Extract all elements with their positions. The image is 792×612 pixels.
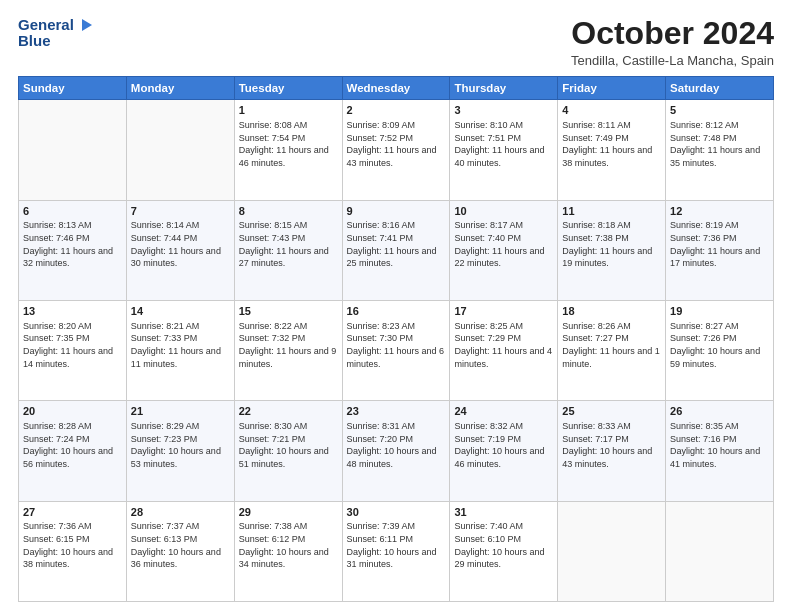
calendar-cell: 31Sunrise: 7:40 AM Sunset: 6:10 PM Dayli… bbox=[450, 501, 558, 601]
day-info: Sunrise: 8:22 AM Sunset: 7:32 PM Dayligh… bbox=[239, 320, 338, 370]
calendar-cell: 9Sunrise: 8:16 AM Sunset: 7:41 PM Daylig… bbox=[342, 200, 450, 300]
day-info: Sunrise: 8:28 AM Sunset: 7:24 PM Dayligh… bbox=[23, 420, 122, 470]
calendar-cell: 25Sunrise: 8:33 AM Sunset: 7:17 PM Dayli… bbox=[558, 401, 666, 501]
day-number: 26 bbox=[670, 404, 769, 419]
day-number: 27 bbox=[23, 505, 122, 520]
day-number: 1 bbox=[239, 103, 338, 118]
day-number: 9 bbox=[347, 204, 446, 219]
day-number: 23 bbox=[347, 404, 446, 419]
day-info: Sunrise: 8:25 AM Sunset: 7:29 PM Dayligh… bbox=[454, 320, 553, 370]
logo: General Blue bbox=[18, 16, 94, 50]
calendar-table: SundayMondayTuesdayWednesdayThursdayFrid… bbox=[18, 76, 774, 602]
calendar-cell: 21Sunrise: 8:29 AM Sunset: 7:23 PM Dayli… bbox=[126, 401, 234, 501]
day-info: Sunrise: 7:40 AM Sunset: 6:10 PM Dayligh… bbox=[454, 520, 553, 570]
calendar-cell bbox=[19, 100, 127, 200]
day-info: Sunrise: 8:21 AM Sunset: 7:33 PM Dayligh… bbox=[131, 320, 230, 370]
calendar-cell: 12Sunrise: 8:19 AM Sunset: 7:36 PM Dayli… bbox=[666, 200, 774, 300]
calendar-cell bbox=[666, 501, 774, 601]
weekday-sunday: Sunday bbox=[19, 77, 127, 100]
day-number: 13 bbox=[23, 304, 122, 319]
day-number: 21 bbox=[131, 404, 230, 419]
day-number: 2 bbox=[347, 103, 446, 118]
day-info: Sunrise: 7:37 AM Sunset: 6:13 PM Dayligh… bbox=[131, 520, 230, 570]
day-number: 3 bbox=[454, 103, 553, 118]
day-info: Sunrise: 8:18 AM Sunset: 7:38 PM Dayligh… bbox=[562, 219, 661, 269]
calendar-cell: 13Sunrise: 8:20 AM Sunset: 7:35 PM Dayli… bbox=[19, 300, 127, 400]
day-number: 7 bbox=[131, 204, 230, 219]
day-info: Sunrise: 8:17 AM Sunset: 7:40 PM Dayligh… bbox=[454, 219, 553, 269]
calendar-cell: 1Sunrise: 8:08 AM Sunset: 7:54 PM Daylig… bbox=[234, 100, 342, 200]
calendar-cell: 20Sunrise: 8:28 AM Sunset: 7:24 PM Dayli… bbox=[19, 401, 127, 501]
calendar-cell: 30Sunrise: 7:39 AM Sunset: 6:11 PM Dayli… bbox=[342, 501, 450, 601]
month-title: October 2024 bbox=[571, 16, 774, 51]
calendar-cell: 4Sunrise: 8:11 AM Sunset: 7:49 PM Daylig… bbox=[558, 100, 666, 200]
weekday-friday: Friday bbox=[558, 77, 666, 100]
calendar-cell: 5Sunrise: 8:12 AM Sunset: 7:48 PM Daylig… bbox=[666, 100, 774, 200]
day-number: 18 bbox=[562, 304, 661, 319]
calendar-cell: 23Sunrise: 8:31 AM Sunset: 7:20 PM Dayli… bbox=[342, 401, 450, 501]
calendar-cell: 22Sunrise: 8:30 AM Sunset: 7:21 PM Dayli… bbox=[234, 401, 342, 501]
day-info: Sunrise: 8:32 AM Sunset: 7:19 PM Dayligh… bbox=[454, 420, 553, 470]
day-info: Sunrise: 7:36 AM Sunset: 6:15 PM Dayligh… bbox=[23, 520, 122, 570]
day-number: 8 bbox=[239, 204, 338, 219]
day-number: 17 bbox=[454, 304, 553, 319]
day-info: Sunrise: 7:38 AM Sunset: 6:12 PM Dayligh… bbox=[239, 520, 338, 570]
weekday-wednesday: Wednesday bbox=[342, 77, 450, 100]
calendar-cell: 29Sunrise: 7:38 AM Sunset: 6:12 PM Dayli… bbox=[234, 501, 342, 601]
calendar-cell: 15Sunrise: 8:22 AM Sunset: 7:32 PM Dayli… bbox=[234, 300, 342, 400]
calendar-cell: 3Sunrise: 8:10 AM Sunset: 7:51 PM Daylig… bbox=[450, 100, 558, 200]
day-number: 22 bbox=[239, 404, 338, 419]
day-number: 29 bbox=[239, 505, 338, 520]
day-info: Sunrise: 8:35 AM Sunset: 7:16 PM Dayligh… bbox=[670, 420, 769, 470]
day-number: 28 bbox=[131, 505, 230, 520]
day-info: Sunrise: 8:16 AM Sunset: 7:41 PM Dayligh… bbox=[347, 219, 446, 269]
day-info: Sunrise: 8:10 AM Sunset: 7:51 PM Dayligh… bbox=[454, 119, 553, 169]
calendar-cell: 28Sunrise: 7:37 AM Sunset: 6:13 PM Dayli… bbox=[126, 501, 234, 601]
header: General Blue October 2024 Tendilla, Cast… bbox=[18, 16, 774, 68]
calendar-page: General Blue October 2024 Tendilla, Cast… bbox=[0, 0, 792, 612]
calendar-cell: 2Sunrise: 8:09 AM Sunset: 7:52 PM Daylig… bbox=[342, 100, 450, 200]
day-info: Sunrise: 8:15 AM Sunset: 7:43 PM Dayligh… bbox=[239, 219, 338, 269]
day-number: 24 bbox=[454, 404, 553, 419]
day-info: Sunrise: 8:14 AM Sunset: 7:44 PM Dayligh… bbox=[131, 219, 230, 269]
day-number: 19 bbox=[670, 304, 769, 319]
calendar-cell: 8Sunrise: 8:15 AM Sunset: 7:43 PM Daylig… bbox=[234, 200, 342, 300]
calendar-cell bbox=[558, 501, 666, 601]
day-number: 6 bbox=[23, 204, 122, 219]
svg-marker-0 bbox=[82, 19, 92, 31]
day-info: Sunrise: 8:29 AM Sunset: 7:23 PM Dayligh… bbox=[131, 420, 230, 470]
location-subtitle: Tendilla, Castille-La Mancha, Spain bbox=[571, 53, 774, 68]
day-number: 4 bbox=[562, 103, 661, 118]
day-number: 11 bbox=[562, 204, 661, 219]
day-info: Sunrise: 8:27 AM Sunset: 7:26 PM Dayligh… bbox=[670, 320, 769, 370]
day-number: 16 bbox=[347, 304, 446, 319]
day-number: 30 bbox=[347, 505, 446, 520]
calendar-cell: 14Sunrise: 8:21 AM Sunset: 7:33 PM Dayli… bbox=[126, 300, 234, 400]
day-number: 12 bbox=[670, 204, 769, 219]
calendar-cell: 26Sunrise: 8:35 AM Sunset: 7:16 PM Dayli… bbox=[666, 401, 774, 501]
day-number: 15 bbox=[239, 304, 338, 319]
weekday-tuesday: Tuesday bbox=[234, 77, 342, 100]
day-info: Sunrise: 8:08 AM Sunset: 7:54 PM Dayligh… bbox=[239, 119, 338, 169]
day-info: Sunrise: 8:31 AM Sunset: 7:20 PM Dayligh… bbox=[347, 420, 446, 470]
day-number: 31 bbox=[454, 505, 553, 520]
logo-blue: Blue bbox=[18, 32, 94, 50]
calendar-cell: 17Sunrise: 8:25 AM Sunset: 7:29 PM Dayli… bbox=[450, 300, 558, 400]
title-area: October 2024 Tendilla, Castille-La Manch… bbox=[571, 16, 774, 68]
day-info: Sunrise: 8:30 AM Sunset: 7:21 PM Dayligh… bbox=[239, 420, 338, 470]
weekday-saturday: Saturday bbox=[666, 77, 774, 100]
calendar-cell: 19Sunrise: 8:27 AM Sunset: 7:26 PM Dayli… bbox=[666, 300, 774, 400]
weekday-thursday: Thursday bbox=[450, 77, 558, 100]
calendar-cell: 6Sunrise: 8:13 AM Sunset: 7:46 PM Daylig… bbox=[19, 200, 127, 300]
calendar-cell bbox=[126, 100, 234, 200]
day-number: 10 bbox=[454, 204, 553, 219]
day-info: Sunrise: 8:09 AM Sunset: 7:52 PM Dayligh… bbox=[347, 119, 446, 169]
calendar-cell: 7Sunrise: 8:14 AM Sunset: 7:44 PM Daylig… bbox=[126, 200, 234, 300]
day-info: Sunrise: 8:12 AM Sunset: 7:48 PM Dayligh… bbox=[670, 119, 769, 169]
day-info: Sunrise: 7:39 AM Sunset: 6:11 PM Dayligh… bbox=[347, 520, 446, 570]
day-number: 20 bbox=[23, 404, 122, 419]
day-number: 25 bbox=[562, 404, 661, 419]
calendar-cell: 27Sunrise: 7:36 AM Sunset: 6:15 PM Dayli… bbox=[19, 501, 127, 601]
day-info: Sunrise: 8:33 AM Sunset: 7:17 PM Dayligh… bbox=[562, 420, 661, 470]
day-info: Sunrise: 8:23 AM Sunset: 7:30 PM Dayligh… bbox=[347, 320, 446, 370]
